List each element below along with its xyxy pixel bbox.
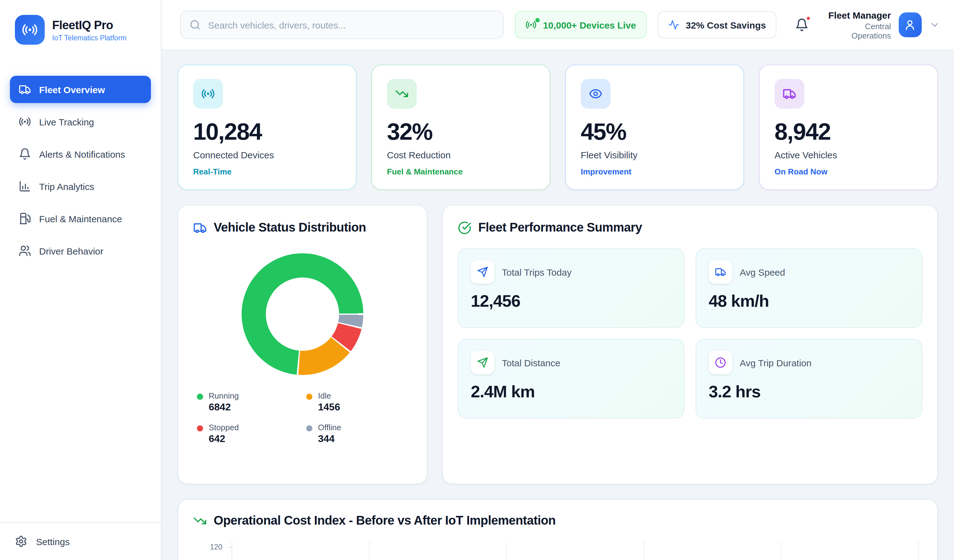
stat-value: 8,942 xyxy=(775,118,922,145)
user-role: Central Operations xyxy=(827,22,891,40)
legend-dot xyxy=(197,425,203,431)
tile-label: Avg Speed xyxy=(740,267,785,277)
tile-label: Total Trips Today xyxy=(502,267,572,277)
cost-chart-plot: 120 xyxy=(232,541,922,560)
radio-icon xyxy=(193,79,223,109)
sidebar-item-live-tracking[interactable]: Live Tracking xyxy=(10,108,151,135)
tile-label: Avg Trip Duration xyxy=(740,357,811,368)
user-menu[interactable]: Fleet Manager Central Operations xyxy=(827,9,943,40)
bar-chart-icon xyxy=(19,180,31,193)
legend-label: Stopped xyxy=(209,423,239,432)
tile-total-trips: Total Trips Today 12,456 xyxy=(458,248,684,328)
sidebar-nav: Fleet Overview Live Tracking Alerts & No… xyxy=(0,67,161,522)
operational-cost-title: Operational Cost Index - Before vs After… xyxy=(214,513,556,528)
sidebar-item-label: Alerts & Notifications xyxy=(39,149,125,159)
vehicle-status-title: Vehicle Status Distribution xyxy=(214,220,366,235)
send-icon xyxy=(471,351,494,374)
sidebar-item-label: Fuel & Maintenance xyxy=(39,213,122,224)
users-icon xyxy=(19,244,31,257)
trending-down-icon xyxy=(387,79,417,109)
stat-sublabel: On Road Now xyxy=(775,167,922,176)
stat-sublabel: Fuel & Maintenance xyxy=(387,167,535,176)
vehicle-status-donut xyxy=(242,253,363,375)
sidebar-item-trip-analytics[interactable]: Trip Analytics xyxy=(10,173,151,200)
truck-icon xyxy=(709,260,732,284)
brand-logo-radio-icon xyxy=(15,15,45,45)
live-dot xyxy=(536,18,540,22)
sidebar-item-label: Driver Behavior xyxy=(39,246,103,256)
y-axis-tick-mark xyxy=(229,547,232,548)
truck-icon xyxy=(19,83,31,96)
stat-label: Cost Reduction xyxy=(387,149,535,160)
legend-item-stopped: Stopped 642 xyxy=(197,423,299,445)
cost-savings-badge: 32% Cost Savings xyxy=(658,11,776,39)
stats-row: 10,284 Connected Devices Real-Time 32% C… xyxy=(178,65,938,190)
stat-card-connected-devices: 10,284 Connected Devices Real-Time xyxy=(178,65,357,190)
legend-label: Offline xyxy=(318,423,341,432)
fleet-performance-card: Fleet Performance Summary Total Trips To… xyxy=(442,205,938,484)
tile-label: Total Distance xyxy=(502,357,560,368)
brand-tagline: IoT Telematics Platform xyxy=(52,34,126,41)
legend-dot xyxy=(306,425,312,431)
trending-down-icon xyxy=(193,514,207,527)
eye-icon xyxy=(581,79,611,109)
radio-icon xyxy=(19,115,31,128)
sidebar-item-label: Live Tracking xyxy=(39,117,94,127)
gear-icon xyxy=(15,535,27,548)
user-name: Fleet Manager xyxy=(827,9,891,20)
sidebar-item-driver-behavior[interactable]: Driver Behavior xyxy=(10,237,151,264)
tile-value: 48 km/h xyxy=(709,292,909,311)
stat-value: 45% xyxy=(581,118,728,145)
legend-value: 344 xyxy=(318,433,341,445)
stat-sublabel: Improvement xyxy=(581,167,728,176)
sidebar-item-alerts-notifications[interactable]: Alerts & Notifications xyxy=(10,140,151,168)
brand-name: FleetIQ Pro xyxy=(52,18,126,32)
search-input[interactable] xyxy=(180,11,504,39)
cost-savings-label: 32% Cost Savings xyxy=(686,20,766,30)
check-circle-icon xyxy=(458,221,471,234)
fuel-icon xyxy=(19,212,31,225)
content: 10,284 Connected Devices Real-Time 32% C… xyxy=(162,50,954,560)
stat-label: Fleet Visibility xyxy=(581,149,728,160)
tile-total-distance: Total Distance 2.4M km xyxy=(458,339,684,418)
legend-item-idle: Idle 1456 xyxy=(306,391,408,413)
stat-sublabel: Real-Time xyxy=(193,167,341,176)
brand: FleetIQ Pro IoT Telematics Platform xyxy=(0,0,161,51)
sidebar-item-fleet-overview[interactable]: Fleet Overview xyxy=(10,76,151,103)
tile-avg-trip-duration: Avg Trip Duration 3.2 hrs xyxy=(696,339,922,418)
stat-card-cost-reduction: 32% Cost Reduction Fuel & Maintenance xyxy=(371,65,550,190)
operational-cost-card: Operational Cost Index - Before vs After… xyxy=(178,499,938,560)
sidebar-item-fuel-maintenance[interactable]: Fuel & Maintenance xyxy=(10,205,151,232)
truck-icon xyxy=(775,79,804,109)
sidebar-item-label: Fleet Overview xyxy=(39,84,105,95)
stat-card-active-vehicles: 8,942 Active Vehicles On Road Now xyxy=(759,65,938,190)
clock-icon xyxy=(709,351,732,374)
performance-tiles: Total Trips Today 12,456 Avg Speed 48 km… xyxy=(458,248,922,418)
notification-dot xyxy=(806,16,811,21)
chevron-down-icon xyxy=(929,19,940,30)
legend-dot xyxy=(197,394,203,400)
radio-icon xyxy=(526,19,537,30)
stat-value: 10,284 xyxy=(193,118,341,145)
devices-live-badge: 10,000+ Devices Live xyxy=(515,11,647,39)
tile-value: 12,456 xyxy=(471,292,672,311)
fleetiq-dashboard: FleetIQ Pro IoT Telematics Platform Flee… xyxy=(0,0,954,560)
tile-value: 3.2 hrs xyxy=(709,383,909,402)
sidebar-item-settings[interactable]: Settings xyxy=(0,522,161,560)
stat-card-fleet-visibility: 45% Fleet Visibility Improvement xyxy=(565,65,744,190)
y-axis-tick-label: 120 xyxy=(210,543,222,551)
tile-avg-speed: Avg Speed 48 km/h xyxy=(696,248,922,328)
send-icon xyxy=(471,260,494,284)
search xyxy=(180,11,504,39)
vehicle-status-card: Vehicle Status Distribution Running 6842 xyxy=(178,205,427,484)
legend-item-offline: Offline 344 xyxy=(306,423,408,445)
notifications-button[interactable] xyxy=(791,14,812,36)
legend-item-running: Running 6842 xyxy=(197,391,299,413)
sidebar: FleetIQ Pro IoT Telematics Platform Flee… xyxy=(0,0,162,560)
stat-label: Active Vehicles xyxy=(775,149,922,160)
stat-label: Connected Devices xyxy=(193,149,341,160)
top-header: 10,000+ Devices Live 32% Cost Savings Fl… xyxy=(162,0,954,50)
sidebar-item-label: Trip Analytics xyxy=(39,181,94,191)
fleet-performance-title: Fleet Performance Summary xyxy=(478,220,642,235)
avatar xyxy=(898,12,922,37)
